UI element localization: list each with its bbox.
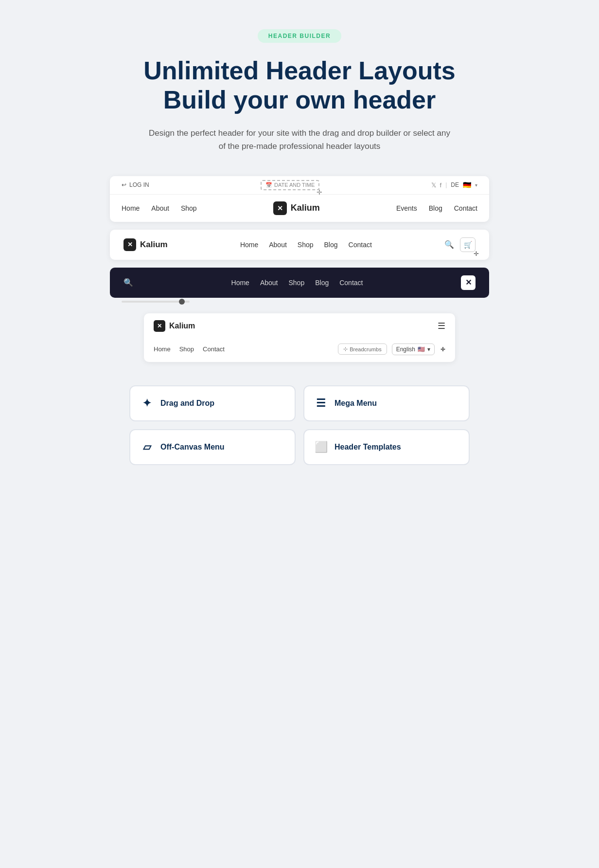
demo4-topbar: ✕ Kalium ☰ <box>144 313 455 339</box>
search-icon: 🔍 <box>444 240 454 249</box>
demo4-breadcrumbs-box: ⊹ Breadcrumbs <box>338 344 387 355</box>
nav2-blog: Blog <box>324 241 338 249</box>
demo3-slider-thumb <box>179 299 185 305</box>
demo-card-1: ↩ LOG IN 📅 DATE AND TIME ✛ 𝕏 f | DE 🇩🇪 ▾… <box>110 176 489 222</box>
demo1-main-nav: Home About Shop ✕ Kalium Events Blog Con… <box>110 195 489 222</box>
nav3-contact: Contact <box>339 279 363 287</box>
header-templates-button[interactable]: ⬜ Header Templates <box>303 429 470 465</box>
features-grid: ✦ Drag and Drop ☰ Mega Menu ▱ Off-Canvas… <box>129 385 470 465</box>
demo4-lang-box: English 🇺🇸 ▾ <box>392 344 435 355</box>
demo4-logo-text: Kalium <box>169 322 195 330</box>
lang-chevron-icon: ▾ <box>427 346 430 353</box>
cursor-icon: ✛ <box>474 250 479 257</box>
nav3-about: About <box>260 279 278 287</box>
nav-contact: Contact <box>454 204 477 212</box>
demo3-nav: Home About Shop Blog Contact <box>231 279 363 287</box>
facebook-icon: f <box>440 181 442 189</box>
demo1-date-time-box: 📅 DATE AND TIME ✛ <box>261 180 319 190</box>
calendar-icon: 📅 <box>265 182 272 188</box>
demo1-logo-icon: ✕ <box>273 201 287 215</box>
breadcrumbs-icon: ⊹ <box>343 346 348 352</box>
off-canvas-button[interactable]: ▱ Off-Canvas Menu <box>129 429 296 465</box>
demo2-cart-box: 🛒 ✛ <box>460 237 476 252</box>
main-headline: Unlimited Header Layouts Build your own … <box>143 56 455 115</box>
nav-events: Events <box>396 204 417 212</box>
off-canvas-icon: ▱ <box>140 441 154 453</box>
mega-menu-label: Mega Menu <box>335 399 377 408</box>
demo3-search-icon: 🔍 <box>123 278 133 287</box>
lang-label: English <box>396 346 415 353</box>
demo-card-2: ✕ Kalium Home About Shop Blog Contact 🔍 … <box>110 230 489 260</box>
nav-about: About <box>151 204 169 212</box>
nav2-contact: Contact <box>349 241 372 249</box>
demo3-logo-icon: ✕ <box>461 275 476 290</box>
drag-drop-button[interactable]: ✦ Drag and Drop <box>129 385 296 421</box>
cart-icon: 🛒 <box>464 241 472 249</box>
nav2-home: Home <box>240 241 258 249</box>
flag-us-icon: 🇺🇸 <box>418 346 425 353</box>
flag-icon: 🇩🇪 <box>463 181 471 189</box>
demo1-logo: ✕ Kalium <box>273 201 320 215</box>
breadcrumbs-label: Breadcrumbs <box>350 346 381 352</box>
demo4-logo-icon: ✕ <box>154 320 165 332</box>
mega-menu-button[interactable]: ☰ Mega Menu <box>303 385 470 421</box>
cursor-icon: ✛ <box>317 188 322 196</box>
demo4-nav: Home Shop Contact <box>154 345 225 353</box>
login-label: LOG IN <box>129 181 149 188</box>
demo1-nav-left: Home About Shop <box>122 204 197 212</box>
demo-card-4: ✕ Kalium ☰ Home Shop Contact ⊹ Breadcrum… <box>144 313 455 362</box>
demo2-bar: ✕ Kalium Home About Shop Blog Contact 🔍 … <box>110 230 489 260</box>
demo1-topbar: ↩ LOG IN 📅 DATE AND TIME ✛ 𝕏 f | DE 🇩🇪 ▾ <box>110 176 489 195</box>
nav4-shop: Shop <box>179 345 194 353</box>
mega-menu-icon: ☰ <box>314 397 328 410</box>
demos-container: ↩ LOG IN 📅 DATE AND TIME ✛ 𝕏 f | DE 🇩🇪 ▾… <box>110 176 489 362</box>
demo4-bottombar: Home Shop Contact ⊹ Breadcrumbs English … <box>144 339 455 362</box>
nav3-home: Home <box>231 279 249 287</box>
demo2-icons: 🔍 🛒 ✛ <box>444 237 476 252</box>
demo1-social-lang: 𝕏 f | DE 🇩🇪 ▾ <box>431 181 477 189</box>
chevron-down-icon: ▾ <box>475 182 477 188</box>
demo1-nav-right: Events Blog Contact <box>396 204 477 212</box>
demo1-logo-text: Kalium <box>291 203 320 213</box>
off-canvas-label: Off-Canvas Menu <box>160 443 225 452</box>
hamburger-icon: ☰ <box>438 321 445 331</box>
demo2-logo: ✕ Kalium <box>123 238 168 251</box>
main-subtext: Design the perfect header for your site … <box>149 127 450 153</box>
de-label: DE <box>451 181 459 188</box>
nav2-about: About <box>269 241 287 249</box>
nav-home: Home <box>122 204 140 212</box>
header-templates-icon: ⬜ <box>314 441 328 453</box>
demo2-nav: Home About Shop Blog Contact <box>240 241 372 249</box>
header-templates-label: Header Templates <box>335 443 401 452</box>
nav4-contact: Contact <box>203 345 225 353</box>
demo3-slider-container <box>110 298 489 306</box>
nav2-shop: Shop <box>298 241 314 249</box>
separator: | <box>445 181 447 188</box>
drag-drop-icon: ✦ <box>140 397 154 410</box>
demo2-logo-text: Kalium <box>140 240 168 250</box>
demo1-login-area: ↩ LOG IN <box>122 181 149 188</box>
demo3-bar: 🔍 Home About Shop Blog Contact ✕ <box>110 268 489 298</box>
drag-drop-label: Drag and Drop <box>160 399 214 408</box>
date-time-label: DATE AND TIME <box>274 182 315 188</box>
nav3-blog: Blog <box>315 279 329 287</box>
header-builder-badge: HEADER BUILDER <box>258 29 341 43</box>
demo3-slider <box>122 301 190 303</box>
nav-blog: Blog <box>429 204 442 212</box>
twitter-icon: 𝕏 <box>431 181 436 189</box>
cursor-icon: ✛ <box>440 346 445 353</box>
demo4-logo: ✕ Kalium <box>154 320 195 332</box>
demo-card-3: 🔍 Home About Shop Blog Contact ✕ <box>110 268 489 306</box>
nav3-shop: Shop <box>288 279 304 287</box>
login-icon: ↩ <box>122 181 126 188</box>
demo4-right-widgets: ⊹ Breadcrumbs English 🇺🇸 ▾ ✛ <box>338 344 445 355</box>
demo2-logo-icon: ✕ <box>123 238 136 251</box>
nav4-home: Home <box>154 345 171 353</box>
nav-shop: Shop <box>181 204 197 212</box>
